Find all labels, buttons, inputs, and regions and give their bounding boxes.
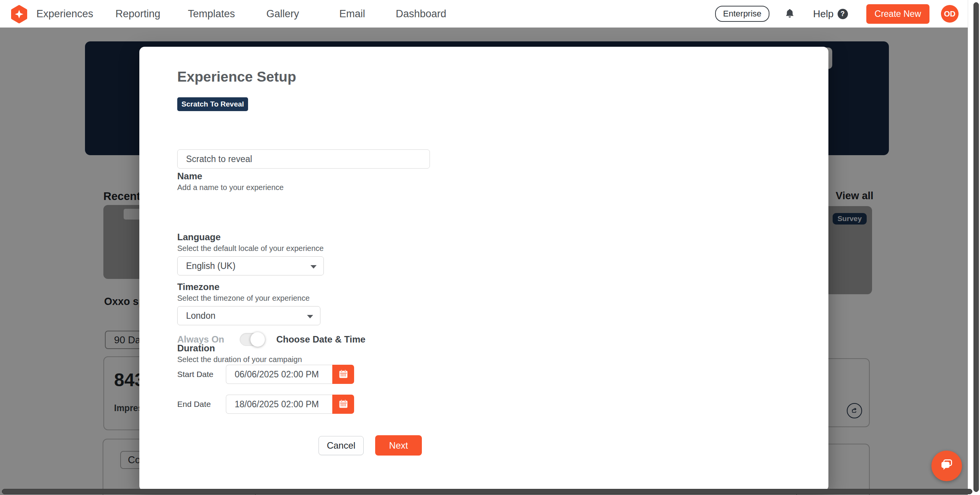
nav-item-reporting[interactable]: Reporting [116, 8, 160, 20]
language-label: Language [177, 232, 220, 243]
question-circle-icon: ? [838, 9, 848, 19]
end-date-label: End Date [177, 400, 226, 409]
language-select[interactable]: English (UK) [177, 256, 324, 275]
name-description: Add a name to your experience [177, 183, 284, 192]
help-menu[interactable]: Help ? [813, 8, 848, 20]
calendar-icon [338, 369, 349, 380]
name-label: Name [177, 171, 202, 182]
language-select-value: English (UK) [186, 261, 235, 271]
start-date-row: Start Date [177, 365, 354, 384]
name-input[interactable] [177, 149, 430, 169]
vertical-scrollbar-track [968, 0, 980, 495]
timezone-select-value: London [186, 311, 216, 321]
experience-type-badge: Scratch To Reveal [177, 97, 248, 111]
header-actions: Enterprise Help ? Create New OD [715, 0, 959, 28]
start-date-calendar-button[interactable] [332, 365, 354, 384]
end-date-input[interactable] [226, 395, 332, 414]
nav-item-gallery[interactable]: Gallery [266, 8, 299, 20]
chat-launcher[interactable] [931, 451, 962, 481]
always-on-label: Always On [177, 334, 224, 345]
timezone-select[interactable]: London [177, 306, 320, 325]
main-nav: Experiences Reporting Templates Gallery … [36, 0, 446, 28]
start-date-input[interactable] [226, 365, 332, 384]
language-description: Select the default locale of your experi… [177, 244, 323, 253]
timezone-label: Timezone [177, 282, 219, 292]
choose-date-time-label: Choose Date & Time [276, 334, 366, 345]
end-date-calendar-button[interactable] [332, 395, 354, 414]
top-nav-bar: Experiences Reporting Templates Gallery … [0, 0, 980, 28]
cancel-button[interactable]: Cancel [318, 436, 364, 455]
brand-sparkle-logo-icon[interactable] [10, 5, 29, 24]
end-date-row: End Date [177, 395, 354, 414]
duration-toggle[interactable] [240, 333, 264, 346]
bell-icon[interactable] [784, 8, 795, 20]
nav-item-templates[interactable]: Templates [188, 8, 235, 20]
chevron-down-icon [307, 315, 313, 318]
next-button[interactable]: Next [375, 435, 422, 456]
help-label: Help [813, 8, 833, 20]
user-avatar[interactable]: OD [941, 5, 959, 23]
experience-setup-modal: Experience Setup Scratch To Reveal Name … [139, 47, 828, 491]
nav-item-experiences[interactable]: Experiences [36, 8, 93, 20]
timezone-description: Select the timezone of your experience [177, 294, 310, 303]
chat-bubbles-icon [939, 457, 955, 475]
nav-item-email[interactable]: Email [339, 8, 365, 20]
app-screen: Recent Oxxo spi 90 Days 843 Impressi Cor… [0, 0, 980, 495]
vertical-scrollbar-thumb[interactable] [973, 2, 979, 492]
chevron-down-icon [310, 265, 317, 269]
horizontal-scrollbar-thumb[interactable] [2, 489, 972, 494]
toggle-knob [250, 332, 265, 347]
calendar-icon [338, 398, 349, 410]
duration-description: Select the duration of your campaign [177, 355, 302, 364]
nav-item-dashboard[interactable]: Dashboard [396, 8, 446, 20]
start-date-label: Start Date [177, 370, 226, 379]
create-new-button[interactable]: Create New [866, 4, 929, 24]
plan-badge[interactable]: Enterprise [715, 6, 769, 22]
duration-toggle-row: Always On Choose Date & Time [177, 332, 366, 347]
modal-title: Experience Setup [177, 69, 296, 85]
